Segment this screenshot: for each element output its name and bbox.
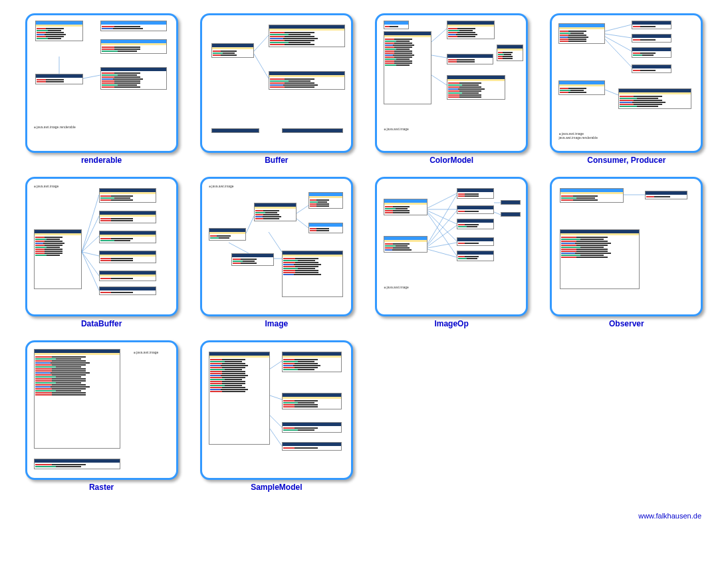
package-label: java.awt.image.renderable: [34, 125, 76, 129]
package-label: java.awt.image java.awt.image.renderable: [558, 132, 598, 140]
caption-samplemodel[interactable]: SampleModel: [251, 483, 302, 492]
caption-renderable[interactable]: renderable: [81, 156, 122, 165]
svg-line-29: [427, 195, 457, 244]
thumb-buffer: Buffer: [195, 13, 358, 165]
thumb-colormodel: java.awt.image ColorModel: [370, 13, 533, 165]
svg-line-39: [270, 415, 282, 427]
footer-link[interactable]: www.falkhausen.de: [20, 512, 708, 520]
svg-line-27: [427, 212, 457, 241]
svg-line-8: [605, 34, 632, 38]
svg-line-10: [605, 39, 632, 67]
thumb-observer-image[interactable]: [550, 177, 703, 316]
thumb-imageop: java.awt.image ImageOp: [370, 177, 533, 328]
thumb-renderable-image[interactable]: java.awt.image.renderable: [25, 13, 178, 153]
svg-line-28: [427, 213, 457, 256]
thumbnail-grid: java.awt.image.renderable renderable: [20, 13, 708, 492]
caption-databuffer[interactable]: DataBuffer: [81, 319, 122, 328]
thumb-buffer-image[interactable]: [200, 13, 353, 153]
svg-line-2: [254, 35, 269, 51]
thumb-colormodel-image[interactable]: java.awt.image: [375, 13, 528, 153]
svg-line-13: [82, 216, 99, 252]
svg-line-3: [254, 54, 269, 78]
package-label: java.awt.image: [384, 285, 409, 289]
thumb-renderable: java.awt.image.renderable renderable: [20, 13, 183, 165]
caption-imageop[interactable]: ImageOp: [434, 319, 468, 328]
caption-observer[interactable]: Observer: [609, 319, 644, 328]
svg-line-35: [494, 212, 501, 215]
thumb-image: java.awt.image: [195, 177, 358, 328]
svg-line-11: [605, 90, 618, 95]
svg-line-31: [427, 225, 457, 247]
svg-line-21: [229, 243, 249, 253]
thumb-databuffer-image[interactable]: java.awt.image: [25, 177, 178, 316]
thumb-samplemodel-image[interactable]: [200, 340, 353, 480]
caption-colormodel[interactable]: ColorModel: [429, 156, 473, 165]
svg-line-16: [82, 252, 99, 276]
caption-raster[interactable]: Raster: [89, 483, 114, 492]
svg-line-23: [269, 232, 282, 252]
thumb-samplemodel: SampleModel: [195, 340, 358, 492]
caption-consumer-producer[interactable]: Consumer, Producer: [587, 156, 666, 165]
svg-line-18: [246, 216, 254, 233]
thumb-raster: java.awt.image Raster: [20, 340, 183, 492]
package-label: java.awt.image: [34, 184, 59, 188]
svg-line-19: [297, 205, 308, 213]
svg-line-9: [605, 37, 632, 51]
svg-line-26: [427, 211, 457, 224]
thumb-consumer-producer-image[interactable]: java.awt.image java.awt.image.renderable: [550, 13, 703, 153]
package-label: java.awt.image: [384, 127, 409, 131]
package-label: java.awt.image: [134, 350, 159, 354]
svg-line-15: [82, 252, 99, 256]
svg-line-4: [431, 29, 447, 42]
thumb-image-image[interactable]: java.awt.image: [200, 177, 353, 316]
svg-line-12: [82, 195, 99, 252]
package-label: java.awt.image: [209, 184, 234, 188]
svg-line-17: [82, 252, 99, 290]
thumb-observer: Observer: [545, 177, 708, 328]
svg-line-37: [270, 361, 282, 369]
svg-line-38: [270, 395, 282, 399]
svg-line-20: [297, 219, 308, 228]
svg-line-0: [83, 75, 100, 78]
thumb-imageop-image[interactable]: java.awt.image: [375, 177, 528, 316]
caption-image[interactable]: Image: [265, 319, 289, 328]
svg-line-24: [427, 193, 457, 208]
svg-line-14: [82, 236, 99, 252]
thumb-consumer-producer: java.awt.image java.awt.image.renderable…: [545, 13, 708, 165]
svg-line-6: [431, 75, 447, 85]
caption-buffer[interactable]: Buffer: [265, 156, 288, 165]
svg-line-32: [427, 243, 457, 248]
svg-line-40: [270, 429, 282, 446]
svg-line-7: [605, 25, 632, 31]
svg-line-33: [427, 249, 457, 257]
thumb-raster-image[interactable]: java.awt.image: [25, 340, 178, 480]
svg-line-5: [431, 55, 447, 58]
thumb-databuffer: java.awt.image DataBuffer: [20, 177, 183, 328]
svg-line-30: [427, 211, 457, 245]
